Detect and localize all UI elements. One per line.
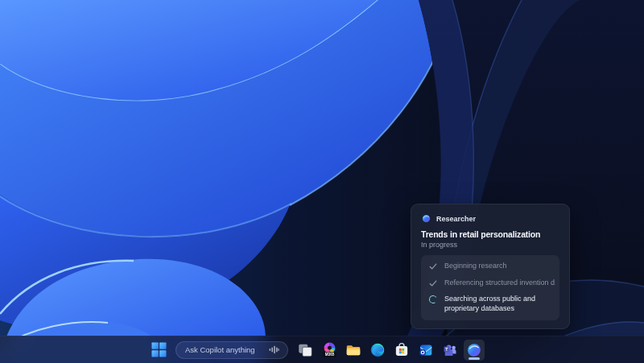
research-status: In progress [421,241,559,249]
research-steps-panel: Beginning research Referencing structure… [421,255,559,320]
teams-button[interactable]: T [440,340,460,361]
teams-icon: T [441,341,459,359]
researcher-app-label: Researcher [436,215,476,223]
taskbar-items: Ask Copilot anything [148,336,485,363]
file-explorer-icon [345,341,362,359]
active-app-indicator [469,357,480,360]
search-placeholder: Ask Copilot anything [185,345,267,354]
copilot-search-box[interactable]: Ask Copilot anything [175,341,288,359]
researcher-app-icon [421,213,431,224]
step-label: Beginning research [444,262,507,271]
check-icon [427,262,439,270]
windows-logo-icon [151,342,167,357]
researcher-progress-card[interactable]: Researcher Trends in retail personalizat… [411,204,570,329]
progress-step-3: Searching across public and proprietary … [427,295,555,313]
spinner-icon [427,295,439,303]
progress-step-1: Beginning research [427,262,555,271]
task-view-icon [296,341,314,359]
file-explorer-button[interactable] [343,340,364,361]
edge-button[interactable] [367,340,388,361]
microsoft-store-icon [393,341,411,359]
research-title: Trends in retail personalization [421,229,559,239]
step-label: Searching across public and proprietary … [444,295,555,313]
copilot-app-button[interactable] [464,340,485,361]
m365-badge-text: M365 [324,353,334,357]
card-header: Researcher [421,213,559,224]
edge-icon [369,341,386,359]
progress-step-2: Referencing structured invention d... [427,278,555,288]
m365-copilot-button[interactable]: M365 [319,340,340,361]
desktop[interactable]: Researcher Trends in retail personalizat… [0,0,644,363]
taskbar: Ask Copilot anything [0,336,644,363]
outlook-icon [417,341,435,359]
copilot-icon [465,341,483,359]
task-view-button[interactable] [295,340,316,361]
voice-input-button[interactable] [267,344,281,356]
step-label: Referencing structured invention d... [444,278,555,288]
m365-copilot-icon: M365 [320,340,339,359]
start-button[interactable] [148,340,169,361]
microsoft-store-button[interactable] [391,340,412,361]
outlook-button[interactable] [415,340,436,361]
voice-waveform-icon [269,345,279,354]
check-icon [427,278,439,287]
